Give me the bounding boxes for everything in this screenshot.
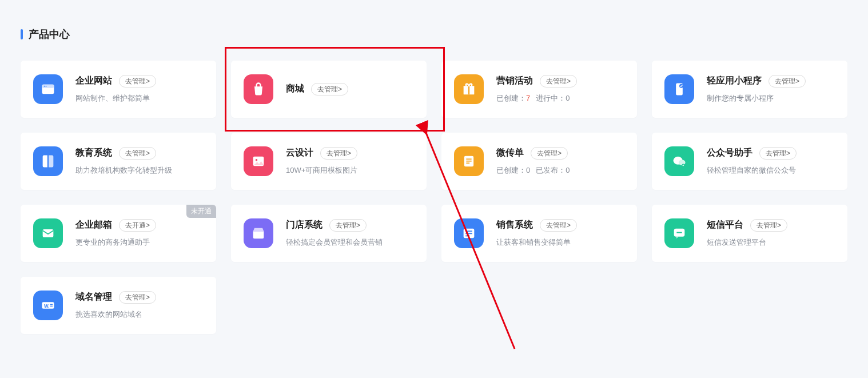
product-card-mail[interactable]: 未开通企业邮箱去开通>更专业的商务沟通助手 [21, 205, 216, 262]
card-body: 销售系统去管理>让获客和销售变得简单 [496, 219, 624, 248]
product-grid: 企业网站去管理>网站制作、维护都简单商城去管理>营销活动去管理>已创建：7进行中… [21, 61, 847, 334]
card-desc: 挑选喜欢的网站域名 [75, 309, 204, 320]
card-title: 企业网站 [75, 75, 112, 87]
svg-rect-12 [466, 158, 471, 160]
svg-text:W.: W. [44, 304, 50, 309]
svg-rect-6 [468, 86, 469, 94]
card-desc: 轻松搞定会员管理和会员营销 [286, 237, 414, 248]
activate-button[interactable]: 去开通> [119, 219, 156, 232]
domain-icon: W. [33, 291, 63, 320]
card-head: 轻应用小程序去管理> [707, 75, 835, 87]
card-desc: 更专业的商务沟通助手 [75, 237, 204, 248]
svg-point-2 [44, 86, 45, 87]
card-title: 云设计 [286, 147, 313, 159]
stat-published-label: 已发布： [536, 166, 566, 174]
svg-rect-14 [466, 162, 469, 164]
card-body: 微传单去管理>已创建：0已发布：0 [496, 147, 624, 176]
list-icon [454, 218, 484, 248]
svg-rect-21 [465, 233, 472, 234]
card-desc: 短信发送管理平台 [707, 237, 835, 248]
card-body: 企业网站去管理>网站制作、维护都简单 [75, 75, 204, 104]
product-card-store[interactable]: 门店系统去管理>轻松搞定会员管理和会员营销 [231, 205, 427, 262]
card-head: 销售系统去管理> [496, 219, 624, 232]
shop-icon [244, 218, 273, 248]
card-title: 教育系统 [75, 147, 112, 159]
manage-button[interactable]: 去管理> [329, 219, 367, 232]
card-body: 轻应用小程序去管理>制作您的专属小程序 [707, 75, 835, 104]
card-title: 短信平台 [707, 219, 743, 231]
product-card-sms[interactable]: 短信平台去管理>短信发送管理平台 [652, 205, 847, 262]
badge-not-activated: 未开通 [186, 205, 216, 218]
card-head: 营销活动去管理> [496, 75, 624, 87]
card-head: 域名管理去管理> [75, 291, 204, 304]
card-body: 云设计去管理>10W+可商用模板图片 [286, 147, 414, 176]
book-icon [33, 146, 63, 176]
card-head: 短信平台去管理> [707, 219, 835, 232]
browser-icon [33, 74, 63, 104]
card-head: 云设计去管理> [286, 147, 414, 160]
product-card-mp[interactable]: 公众号助手去管理>轻松管理自家的微信公众号 [652, 133, 847, 190]
wechat-icon [664, 146, 694, 176]
svg-rect-13 [466, 161, 471, 162]
manage-button[interactable]: 去管理> [119, 75, 156, 87]
card-stats: 已创建：0已发布：0 [496, 165, 624, 176]
manage-button[interactable]: 去管理> [320, 147, 357, 160]
manage-button[interactable]: 去管理> [531, 147, 568, 160]
stat-published-value: 0 [566, 166, 570, 174]
manage-button[interactable]: 去管理> [769, 75, 806, 87]
card-desc: 让获客和销售变得简单 [496, 237, 624, 248]
card-head: 公众号助手去管理> [707, 147, 835, 160]
manage-button[interactable]: 去管理> [119, 147, 156, 160]
manage-button[interactable]: 去管理> [750, 219, 787, 232]
product-card-mall[interactable]: 商城去管理> [231, 61, 427, 118]
section-title-text: 产品中心 [29, 27, 70, 41]
card-body: 教育系统去管理>助力教培机构数字化转型升级 [75, 147, 204, 176]
card-desc: 助力教培机构数字化转型升级 [75, 165, 204, 176]
chat-icon [664, 218, 694, 248]
bag-icon [244, 74, 273, 104]
card-title: 营销活动 [496, 75, 533, 87]
product-card-design[interactable]: 云设计去管理>10W+可商用模板图片 [231, 133, 427, 190]
product-card-domain[interactable]: W.域名管理去管理>挑选喜欢的网站域名 [21, 277, 216, 334]
svg-point-10 [256, 159, 258, 161]
section-title: 产品中心 [21, 27, 847, 41]
manage-button[interactable]: 去管理> [311, 83, 348, 96]
mail-icon [33, 218, 63, 248]
stat-created-value: 7 [526, 94, 530, 102]
manage-button[interactable]: 去管理> [119, 291, 156, 304]
stat-created-value: 0 [526, 166, 530, 174]
card-title: 销售系统 [496, 219, 533, 231]
card-head: 微传单去管理> [496, 147, 624, 160]
product-card-flyer[interactable]: 微传单去管理>已创建：0已发布：0 [441, 133, 637, 190]
product-card-sales[interactable]: 销售系统去管理>让获客和销售变得简单 [441, 205, 637, 262]
stat-progress-label: 进行中： [536, 94, 566, 102]
product-card-marketing[interactable]: 营销活动去管理>已创建：7进行中：0 [441, 61, 637, 118]
product-card-miniapp[interactable]: 轻应用小程序去管理>制作您的专属小程序 [652, 61, 847, 118]
svg-rect-18 [43, 229, 54, 237]
phone-icon [664, 74, 694, 104]
card-title: 商城 [286, 83, 304, 95]
svg-rect-24 [676, 232, 682, 233]
manage-button[interactable]: 去管理> [540, 219, 577, 232]
product-card-website[interactable]: 企业网站去管理>网站制作、维护都简单 [21, 61, 216, 118]
doc-icon [454, 146, 484, 176]
card-title: 门店系统 [286, 219, 322, 231]
product-card-edu[interactable]: 教育系统去管理>助力教培机构数字化转型升级 [21, 133, 216, 190]
card-head: 商城去管理> [286, 83, 414, 96]
card-body: 营销活动去管理>已创建：7进行中：0 [496, 75, 624, 104]
card-title: 公众号助手 [707, 147, 752, 159]
stat-progress-value: 0 [566, 94, 570, 102]
card-title: 域名管理 [75, 291, 112, 303]
card-title: 微传单 [496, 147, 524, 159]
card-head: 教育系统去管理> [75, 147, 204, 160]
manage-button[interactable]: 去管理> [540, 75, 577, 87]
image-icon [244, 146, 273, 176]
manage-button[interactable]: 去管理> [759, 147, 797, 160]
card-body: 企业邮箱去开通>更专业的商务沟通助手 [75, 219, 204, 248]
stat-created-label: 已创建： [496, 166, 526, 174]
card-title: 轻应用小程序 [707, 75, 762, 87]
svg-rect-28 [50, 306, 53, 307]
card-desc: 网站制作、维护都简单 [75, 93, 204, 104]
svg-rect-27 [50, 304, 53, 305]
card-desc: 制作您的专属小程序 [707, 93, 835, 104]
